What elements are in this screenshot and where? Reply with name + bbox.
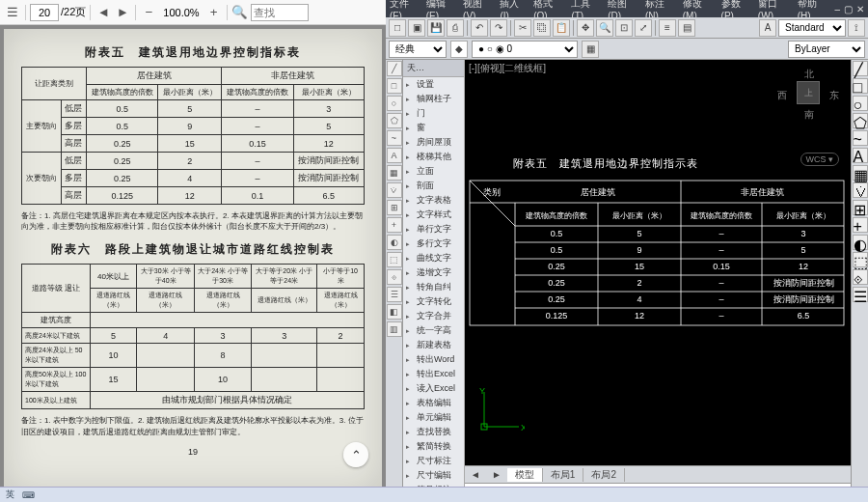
tool-button[interactable]: ~ bbox=[387, 130, 402, 146]
tool-button[interactable]: ☰ bbox=[387, 287, 402, 302]
tool-button[interactable]: ▥ bbox=[387, 321, 402, 337]
save-button[interactable]: 💾 bbox=[427, 19, 445, 37]
paste-button[interactable]: 📋 bbox=[553, 19, 570, 37]
tool-button[interactable]: ⊞ bbox=[853, 200, 868, 215]
wcs-badge[interactable]: WCS ▾ bbox=[800, 153, 840, 166]
tool-button[interactable]: □ bbox=[853, 78, 868, 94]
tool-button[interactable]: □ bbox=[387, 78, 402, 94]
tree-item[interactable]: 立面 bbox=[403, 164, 464, 179]
view-cube[interactable]: 北 南 西 东 上 bbox=[777, 68, 839, 122]
tree-item[interactable]: 窗 bbox=[403, 121, 464, 135]
tree-item[interactable]: 统一字高 bbox=[403, 323, 464, 338]
zoom-in-button[interactable]: + bbox=[205, 4, 223, 21]
tool-button[interactable]: ⬠ bbox=[387, 113, 402, 128]
open-file-button[interactable]: ▣ bbox=[408, 19, 425, 37]
tree-item[interactable]: 转出Word bbox=[403, 352, 464, 367]
tool-button[interactable]: ▦ bbox=[853, 165, 868, 181]
search-icon[interactable]: 🔍 bbox=[231, 4, 249, 21]
layer-manager-button[interactable]: ▦ bbox=[582, 41, 599, 58]
zoom-button[interactable]: 🔍 bbox=[596, 19, 613, 37]
tree-item[interactable]: 尺寸编辑 bbox=[403, 468, 464, 483]
layers-button[interactable]: ▤ bbox=[678, 19, 695, 37]
next-page-button[interactable]: ► bbox=[114, 4, 131, 21]
tree-item[interactable]: 文字样式 bbox=[403, 208, 464, 222]
minimize-button[interactable]: – bbox=[834, 4, 840, 14]
tree-item[interactable]: 轴网柱子 bbox=[403, 92, 464, 106]
tool-button[interactable]: ⩒ bbox=[387, 182, 402, 198]
tree-item[interactable]: 单行文字 bbox=[403, 222, 464, 237]
text-style-icon[interactable]: A bbox=[759, 19, 776, 37]
viewport-label[interactable]: [-][俯视][二维线框] bbox=[469, 62, 546, 75]
workspace-dropdown[interactable]: 经典 bbox=[389, 41, 447, 58]
pdf-document-viewport[interactable]: 附表五 建筑退用地边界控制指标表 让距离类别 居住建筑 非居住建筑 建筑物高度的… bbox=[0, 25, 386, 502]
tool-button[interactable]: ○ bbox=[387, 96, 402, 111]
tree-item[interactable]: 读入Excel bbox=[403, 381, 464, 396]
cad-drawing-canvas[interactable]: [-][俯视][二维线框] 北 南 西 东 上 WCS ▾ 附表五 建筑退用地边… bbox=[465, 60, 851, 465]
tree-item[interactable]: 繁简转换 bbox=[403, 439, 464, 454]
zoom-extents-button[interactable]: ⤢ bbox=[635, 19, 652, 37]
prev-page-button[interactable]: ◄ bbox=[95, 4, 112, 21]
tree-item[interactable]: 查找替换 bbox=[403, 425, 464, 439]
new-file-button[interactable]: □ bbox=[389, 19, 406, 37]
tree-item[interactable]: 转出Excel bbox=[403, 367, 464, 381]
tool-button[interactable]: ⬚ bbox=[387, 252, 402, 267]
model-tab[interactable]: 模型 bbox=[507, 468, 543, 482]
zoom-out-button[interactable]: − bbox=[140, 4, 157, 21]
print-button[interactable]: ⎙ bbox=[447, 19, 464, 37]
tool-button[interactable]: ⬠ bbox=[853, 113, 868, 128]
search-input[interactable] bbox=[251, 4, 309, 21]
tool-button[interactable]: ◧ bbox=[387, 304, 402, 320]
tool-button[interactable]: ⟐ bbox=[853, 269, 868, 285]
tool-button[interactable]: A bbox=[387, 148, 402, 163]
tool-button[interactable]: ○ bbox=[853, 96, 868, 111]
tree-item[interactable]: 多行文字 bbox=[403, 237, 464, 251]
tool-button[interactable]: ⩒ bbox=[853, 182, 868, 198]
tree-item[interactable]: 单元编辑 bbox=[403, 410, 464, 425]
tree-item[interactable]: 楼梯其他 bbox=[403, 150, 464, 164]
tool-button[interactable]: + bbox=[387, 217, 402, 233]
tree-item[interactable]: 尺寸标注 bbox=[403, 454, 464, 468]
pan-button[interactable]: ✥ bbox=[577, 19, 594, 37]
tool-button[interactable]: ◐ bbox=[853, 235, 868, 250]
color-dropdown[interactable]: ByLayer bbox=[788, 41, 865, 58]
tree-item[interactable]: 曲线文字 bbox=[403, 251, 464, 265]
tool-button[interactable]: + bbox=[853, 217, 868, 233]
copy-button[interactable]: ⿻ bbox=[533, 19, 551, 37]
redo-button[interactable]: ↷ bbox=[490, 19, 507, 37]
close-button[interactable]: ✕ bbox=[856, 4, 864, 14]
os-taskbar[interactable]: 英 ⌨ bbox=[0, 487, 868, 502]
cut-button[interactable]: ✂ bbox=[514, 19, 531, 37]
tree-item[interactable]: 新建表格 bbox=[403, 338, 464, 352]
tool-button[interactable]: ▦ bbox=[387, 165, 402, 181]
zoom-window-button[interactable]: ⊡ bbox=[615, 19, 633, 37]
layout1-tab[interactable]: 布局1 bbox=[543, 468, 584, 482]
tree-item[interactable]: 文字合并 bbox=[403, 309, 464, 323]
tree-item[interactable]: 文字转化 bbox=[403, 294, 464, 309]
tab-scroll-left-button[interactable]: ◄ bbox=[465, 469, 486, 480]
tree-item[interactable]: 剖面 bbox=[403, 179, 464, 193]
tree-item[interactable]: 递增文字 bbox=[403, 265, 464, 280]
text-style-dropdown[interactable]: Standard bbox=[778, 19, 846, 37]
layer-color-swatch[interactable]: ◆ bbox=[450, 41, 468, 58]
tree-item[interactable]: 房间屋顶 bbox=[403, 135, 464, 150]
dim-style-icon[interactable]: ⟟ bbox=[848, 19, 865, 37]
tab-scroll-right-button[interactable]: ► bbox=[486, 469, 507, 480]
tool-button[interactable]: ⬚ bbox=[853, 252, 868, 267]
scroll-to-top-button[interactable]: ⌃ bbox=[343, 442, 368, 467]
active-layer-dropdown[interactable]: ● ○ ◉ 0 bbox=[472, 41, 578, 58]
sidebar-toggle-button[interactable]: ☰ bbox=[4, 4, 21, 21]
ime-indicator[interactable]: 英 bbox=[6, 488, 14, 501]
tool-button[interactable]: ◐ bbox=[387, 235, 402, 250]
keyboard-icon[interactable]: ⌨ bbox=[22, 490, 35, 500]
command-tree-header[interactable]: 天… bbox=[403, 60, 464, 77]
undo-button[interactable]: ↶ bbox=[471, 19, 488, 37]
tool-button[interactable]: ╱ bbox=[387, 61, 402, 76]
tree-item[interactable]: 设置 bbox=[403, 77, 464, 92]
tree-item[interactable]: 转角自纠 bbox=[403, 280, 464, 294]
tree-item[interactable]: 文字表格 bbox=[403, 193, 464, 208]
tool-button[interactable]: ☰ bbox=[853, 287, 868, 302]
tool-button[interactable]: A bbox=[853, 148, 868, 163]
tree-item[interactable]: 门 bbox=[403, 106, 464, 121]
maximize-button[interactable]: ▢ bbox=[844, 4, 853, 14]
page-number-input[interactable] bbox=[30, 4, 59, 21]
